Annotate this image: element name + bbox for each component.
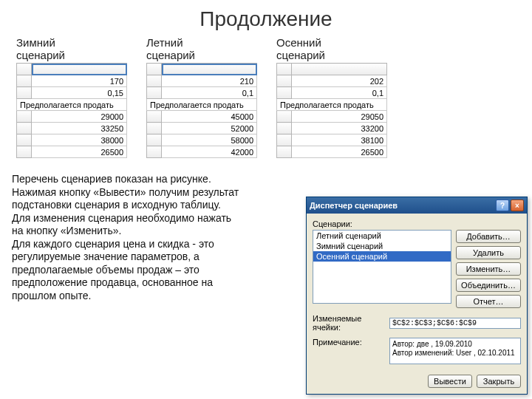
cell [162, 64, 257, 75]
cell: 38000 [32, 134, 127, 146]
note-box: Автор: две , 19.09.2010 Автор изменений:… [389, 338, 521, 364]
cell: Предполагается продать [147, 99, 257, 111]
cell: 33200 [292, 123, 387, 134]
cell [32, 64, 127, 75]
note-label: Примечание: [313, 338, 386, 347]
cell: Предполагается продать [277, 99, 387, 111]
excel-snippet: 210 0,1 Предполагается продать 45000 520… [146, 63, 257, 158]
list-item[interactable]: Зимний сценарий [313, 241, 451, 251]
cell: 58000 [162, 134, 257, 146]
cell: 0,15 [32, 87, 127, 99]
scenario-manager-dialog: Диспетчер сценариев ? × Сценарии: Летний… [306, 197, 528, 395]
scenarios-listbox[interactable]: Летний сценарий Зимний сценарий Осенний … [313, 230, 451, 304]
cell: 52000 [162, 123, 257, 134]
close-icon[interactable]: × [511, 200, 524, 211]
cell: 45000 [162, 111, 257, 123]
changing-cells-label: Изменяемые ячейки: [313, 314, 386, 332]
cell: 26500 [292, 146, 387, 158]
edit-button[interactable]: Изменить… [456, 262, 521, 276]
scenario-label: Летний сценарий [146, 37, 257, 61]
scenario-summer: Летний сценарий 210 0,1 Предполагается п… [146, 37, 257, 158]
add-button[interactable]: Добавить… [456, 230, 521, 243]
scenario-label: Осенний сценарий [276, 37, 387, 61]
cell: 170 [32, 75, 127, 87]
page-title: Продолжение [0, 7, 532, 31]
cell: 29050 [292, 111, 387, 123]
cell: 202 [292, 75, 387, 87]
cell: 33250 [32, 123, 127, 134]
cell [292, 64, 387, 75]
delete-button[interactable]: Удалить [456, 246, 521, 259]
changing-cells-value: $C$2:$C$3;$C$6:$C$9 [389, 318, 521, 329]
cell: 38100 [292, 134, 387, 146]
cell: 0,1 [162, 87, 257, 99]
dialog-title: Диспетчер сценариев [310, 201, 398, 210]
merge-button[interactable]: Объединить… [456, 279, 521, 292]
scenario-autumn: Осенний сценарий 202 0,1 Предполагается … [276, 37, 387, 158]
list-item[interactable]: Летний сценарий [313, 231, 451, 241]
excel-snippet: 202 0,1 Предполагается продать 29050 332… [276, 63, 387, 158]
close-button[interactable]: Закрыть [477, 375, 521, 388]
dialog-titlebar[interactable]: Диспетчер сценариев ? × [307, 197, 527, 214]
excel-snippet: 170 0,15 Предполагается продать 29000 33… [16, 63, 127, 158]
cell: Предполагается продать [17, 99, 127, 111]
help-icon[interactable]: ? [496, 200, 509, 211]
cell: 29000 [32, 111, 127, 123]
cell: 210 [162, 75, 257, 87]
scenario-row: Зимний сценарий 170 0,15 Предполагается … [0, 37, 532, 158]
scenarios-list-label: Сценарии: [313, 219, 521, 228]
report-button[interactable]: Отчет… [456, 295, 521, 308]
cell: 0,1 [292, 87, 387, 99]
cell: 26500 [32, 146, 127, 158]
scenario-label: Зимний сценарий [16, 37, 127, 61]
scenario-winter: Зимний сценарий 170 0,15 Предполагается … [16, 37, 127, 158]
output-button[interactable]: Вывести [428, 375, 472, 388]
cell: 42000 [162, 146, 257, 158]
list-item[interactable]: Осенний сценарий [313, 251, 451, 262]
